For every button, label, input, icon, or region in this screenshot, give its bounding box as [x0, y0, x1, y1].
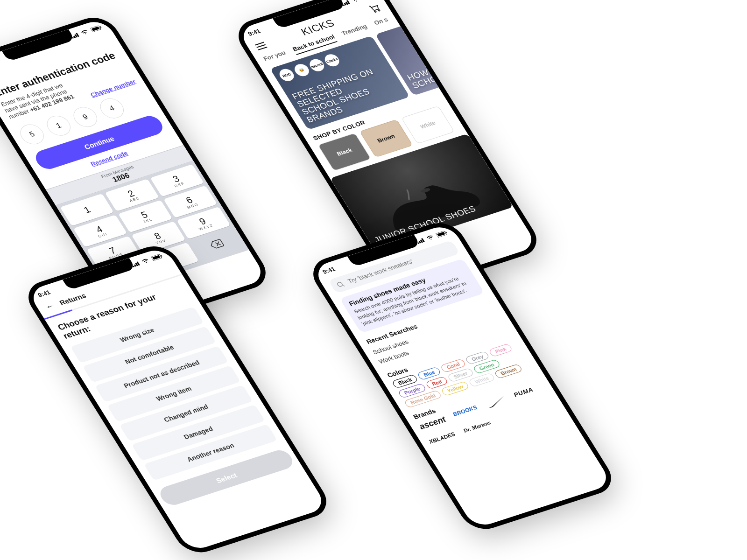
svg-point-14	[374, 11, 376, 12]
battery-icon	[436, 231, 448, 238]
wifi-icon	[81, 29, 90, 35]
tab-on-sale[interactable]: On sale	[373, 16, 391, 28]
wifi-icon	[426, 235, 435, 241]
brand-badge: Clarks	[322, 53, 342, 68]
status-time: 9:41	[321, 265, 337, 275]
color-swatch-white[interactable]: White	[401, 106, 455, 144]
battery-icon	[90, 25, 102, 33]
battery-icon	[151, 254, 163, 261]
code-digit-4[interactable]: 4	[96, 96, 128, 121]
tab-for-you[interactable]: For you	[262, 49, 289, 64]
hero-card-text: HOW D SCHOO	[406, 65, 446, 90]
brand-logo-dr-martens[interactable]: Dr. Martens	[462, 419, 492, 434]
code-digit-3[interactable]: 9	[69, 105, 101, 130]
brand-logo-nike[interactable]	[484, 395, 510, 412]
brand-logo-puma[interactable]: PUMA	[512, 386, 537, 403]
svg-point-15	[378, 9, 380, 11]
status-time: 9:41	[36, 288, 52, 298]
nike-swoosh-icon	[484, 396, 508, 409]
brand-badge: ROC	[277, 67, 296, 83]
search-icon	[335, 280, 346, 289]
back-button[interactable]: ←	[43, 301, 57, 312]
cart-icon	[367, 2, 382, 14]
wifi-icon	[141, 258, 150, 264]
menu-button[interactable]	[255, 42, 268, 50]
cart-button[interactable]	[367, 2, 383, 16]
brand-badge: 🐝	[292, 63, 311, 78]
svg-point-31	[337, 281, 343, 287]
status-time: 9:41	[247, 27, 262, 37]
wifi-icon	[352, 0, 360, 3]
color-swatch-black[interactable]: Black	[317, 133, 371, 171]
brand-badge: ascent	[307, 57, 327, 73]
backspace-icon	[208, 238, 226, 250]
code-digit-1[interactable]: 5	[16, 122, 48, 147]
color-swatch-brown[interactable]: Brown	[359, 119, 413, 158]
brand-logo-xblades[interactable]: XBLADES	[427, 431, 457, 445]
code-digit-2[interactable]: 1	[42, 113, 75, 138]
